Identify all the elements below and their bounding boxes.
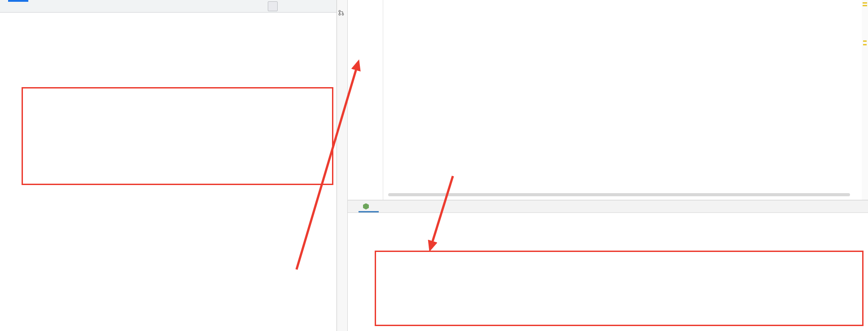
debug-header (348, 200, 868, 213)
debug-session-tab[interactable] (359, 200, 379, 212)
devtools-code-view[interactable] (0, 13, 335, 331)
debug-console-body (348, 239, 868, 331)
pull-request-icon (338, 10, 344, 16)
ide-editor[interactable] (348, 0, 868, 200)
console-output (376, 252, 862, 255)
gutter-separator (383, 0, 383, 200)
debug-tool-window (348, 200, 868, 331)
devtools-sources-panel (0, 0, 337, 331)
pull-requests-tool-button[interactable] (338, 10, 344, 18)
debug-left-action-strip (348, 239, 373, 331)
devtools-overflow-button[interactable] (268, 1, 278, 11)
devtools-code (0, 13, 335, 17)
devtools-tabbar (0, 0, 337, 13)
debug-tabs-row (348, 213, 868, 226)
debug-console-tabs-row (348, 226, 868, 239)
devtools-top-tab-fragment (8, 0, 28, 2)
nodejs-icon (363, 203, 369, 210)
editor-horizontal-scrollbar[interactable] (388, 193, 850, 196)
ide-left-toolwindow-bar (337, 0, 348, 331)
annotation-box-console-output (375, 251, 864, 326)
editor-marker-strip (862, 0, 868, 200)
